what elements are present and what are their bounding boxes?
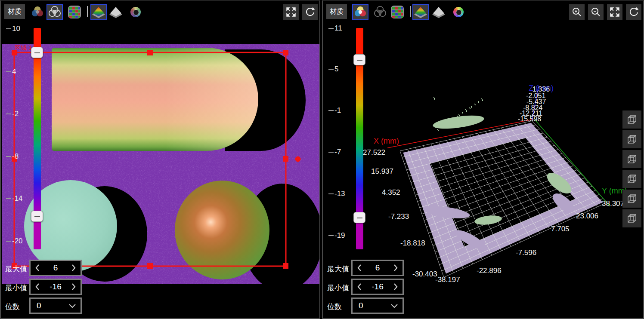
stepper-right-icon[interactable] (393, 283, 398, 291)
roi-rectangle[interactable] (14, 52, 286, 266)
toolbar-separator (410, 6, 411, 17)
colorbar-tick: -8 (6, 152, 19, 161)
colorbar-tick: 4 (6, 67, 16, 76)
venn-gray-icon[interactable] (373, 5, 387, 19)
digits-dropdown[interactable]: 0 (29, 298, 82, 314)
max-value: 6 (362, 263, 393, 273)
max-value-stepper[interactable]: 6 (351, 260, 404, 276)
y-axis-tick: -22.896 (477, 267, 502, 275)
colorbar-tick: -14 (6, 194, 23, 203)
x-axis-tick: 15.937 (371, 167, 393, 175)
colorbar-upper-handle[interactable] (31, 47, 43, 58)
colorbar-tick: 10 (6, 25, 20, 33)
view-cube-left-icon[interactable] (622, 150, 641, 168)
stepper-left-icon[interactable] (357, 283, 362, 291)
right-panel-3d-view: X (mm) Y (mm) Z (mm) 27.522 15.937 4.352… (322, 0, 644, 319)
view-cube-right-icon[interactable] (622, 170, 641, 188)
reset-view-icon[interactable] (302, 4, 318, 20)
colorbar-upper-handle[interactable] (353, 54, 365, 65)
min-value-stepper[interactable]: -16 (351, 279, 404, 295)
colorbar-tick: -19 (328, 231, 345, 240)
digits-value: 0 (357, 301, 390, 310)
digits-label: 位数 (327, 302, 351, 312)
bayer-grid-icon[interactable] (67, 5, 82, 19)
digits-dropdown[interactable]: 0 (351, 298, 404, 314)
aperture-icon[interactable] (451, 5, 466, 19)
view-cube-top-icon[interactable] (622, 190, 641, 208)
stepper-left-icon[interactable] (35, 283, 40, 291)
min-value-stepper[interactable]: -16 (29, 279, 82, 295)
stepper-right-icon[interactable] (71, 264, 76, 272)
left-panel-2d-view: 区域-1 材质 (0, 0, 320, 319)
y-axis-tick: -7.596 (516, 248, 536, 257)
y-axis-tick: 7.705 (551, 225, 570, 233)
max-value-label: 最大值 (5, 264, 29, 274)
app: 区域-1 材质 (0, 0, 644, 319)
y-axis-tick: 38.307 (602, 199, 624, 208)
max-value-stepper[interactable]: 6 (29, 260, 82, 276)
material-button[interactable]: 材质 (326, 4, 347, 19)
stepper-right-icon[interactable] (393, 264, 398, 272)
zoom-in-icon[interactable] (569, 4, 585, 20)
point-cloud-blob-top (432, 113, 485, 131)
view-cube-bottom-icon[interactable] (622, 209, 641, 227)
y-axis-tick: 23.006 (576, 212, 598, 220)
expand-view-icon[interactable] (607, 4, 622, 20)
digits-value: 0 (35, 301, 68, 310)
z-axis-tick: -15.598 (518, 115, 541, 123)
bayer-grid-icon[interactable] (390, 5, 405, 19)
venn-color-icon-selected[interactable] (352, 4, 368, 20)
colorbar-tick: 5 (328, 65, 338, 74)
venn-color-icon[interactable] (30, 5, 45, 19)
y-axis-tick: -38.197 (435, 276, 460, 284)
stepper-left-icon[interactable] (35, 264, 40, 272)
max-value-label: 最大值 (327, 264, 351, 274)
view-cube-back-icon[interactable] (622, 130, 641, 148)
aperture-icon[interactable] (128, 5, 143, 19)
pyramid-rainbow-icon-selected[interactable] (90, 4, 107, 20)
x-axis-tick: -30.403 (412, 270, 437, 278)
stepper-right-icon[interactable] (71, 283, 76, 291)
stepper-left-icon[interactable] (357, 264, 362, 272)
colorbar-lower-handle[interactable] (31, 211, 43, 222)
point-cloud-blob-bottom (474, 214, 502, 226)
min-value-label: 最小值 (5, 283, 29, 293)
x-axis-label: X (mm) (374, 137, 399, 145)
pyramid-gray-icon[interactable] (431, 5, 446, 19)
min-value: -16 (362, 282, 393, 291)
pyramid-gray-icon[interactable] (108, 5, 123, 19)
colorbar-tick: -1 (328, 106, 341, 115)
colorbar-lower-handle[interactable] (353, 212, 365, 223)
expand-view-icon[interactable] (283, 4, 299, 20)
material-button[interactable]: 材质 (4, 4, 25, 19)
min-value-label: 最小值 (327, 283, 351, 293)
chevron-down-icon (68, 303, 76, 308)
x-axis-tick: -18.818 (400, 239, 425, 247)
pyramid-rainbow-icon-selected[interactable] (412, 4, 429, 20)
colorbar-tick: -20 (6, 237, 23, 245)
view-cube-front-icon[interactable] (622, 110, 641, 129)
reset-view-icon[interactable] (626, 4, 641, 20)
colorbar-tick: -13 (328, 190, 345, 198)
max-value: 6 (40, 263, 71, 273)
colorbar-tick: -7 (328, 148, 341, 156)
digits-label: 位数 (5, 302, 29, 312)
colorbar-tick: 11 (328, 24, 342, 33)
min-value: -16 (40, 282, 71, 291)
x-axis-tick: -7.233 (388, 212, 409, 221)
toolbar-separator (87, 6, 88, 17)
x-axis-tick: 4.352 (382, 188, 400, 196)
colorbar-tick: -2 (6, 110, 19, 118)
x-axis-tick: 27.522 (363, 148, 385, 156)
zoom-out-icon[interactable] (588, 4, 604, 20)
frame-object-mesh (403, 123, 603, 274)
chevron-down-icon (390, 303, 398, 308)
venn-gray-icon-selected[interactable] (46, 4, 63, 20)
